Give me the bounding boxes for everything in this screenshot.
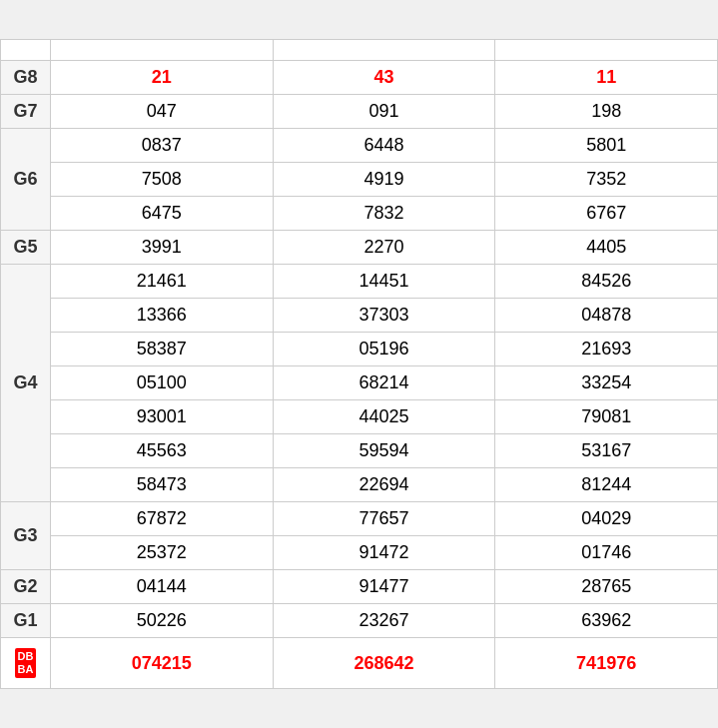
row-g4-6: 58473 22694 81244 [1, 467, 718, 501]
g6-dong-nai-0: 0837 [51, 128, 274, 162]
label-g2: G2 [1, 569, 51, 603]
label-g8: G8 [1, 60, 51, 94]
label-g3: G3 [1, 501, 51, 569]
g4-dong-nai-2: 58387 [51, 332, 274, 365]
g1-soc-trang: 63962 [495, 603, 718, 637]
label-g1: G1 [1, 603, 51, 637]
special-can-tho: 268642 [273, 637, 495, 688]
row-g6-1: 7508 4919 7352 [1, 162, 718, 196]
g1-dong-nai: 50226 [51, 603, 274, 637]
row-g4-1: 13366 37303 04878 [1, 298, 718, 332]
g6-can-tho-0: 6448 [273, 128, 495, 162]
g3-dong-nai-1: 25372 [51, 535, 274, 569]
row-g3-0: G3 67872 77657 04029 [1, 501, 718, 535]
g4-can-tho-4: 44025 [273, 399, 495, 433]
header-dong-nai [51, 39, 274, 60]
g1-can-tho: 23267 [273, 603, 495, 637]
row-g7: G7 047 091 198 [1, 94, 718, 128]
g7-dong-nai: 047 [51, 94, 274, 128]
row-g6-0: G6 0837 6448 5801 [1, 128, 718, 162]
row-g6-2: 6475 7832 6767 [1, 196, 718, 230]
special-dong-nai: 074215 [51, 637, 274, 688]
g4-can-tho-1: 37303 [273, 298, 495, 332]
row-g4-2: 58387 05196 21693 [1, 332, 718, 365]
lottery-table: G8 21 43 11 G7 047 091 198 G6 0837 6448 … [0, 39, 718, 689]
g5-can-tho: 2270 [273, 230, 495, 264]
row-g4-3: 05100 68214 33254 [1, 365, 718, 399]
g7-soc-trang: 198 [495, 94, 718, 128]
g6-dong-nai-1: 7508 [51, 162, 274, 196]
header-soc-trang [495, 39, 718, 60]
g4-soc-trang-4: 79081 [495, 399, 718, 433]
g8-soc-trang: 11 [495, 60, 718, 94]
g4-soc-trang-5: 53167 [495, 433, 718, 467]
g4-dong-nai-4: 93001 [51, 399, 274, 433]
row-g4-0: G4 21461 14451 84526 [1, 264, 718, 298]
row-g5: G5 3991 2270 4405 [1, 230, 718, 264]
db-logo: DBBA [15, 648, 37, 678]
g6-can-tho-2: 7832 [273, 196, 495, 230]
g4-can-tho-6: 22694 [273, 467, 495, 501]
g6-soc-trang-1: 7352 [495, 162, 718, 196]
label-g6: G6 [1, 128, 51, 230]
g4-can-tho-5: 59594 [273, 433, 495, 467]
label-g7: G7 [1, 94, 51, 128]
g4-soc-trang-2: 21693 [495, 332, 718, 365]
g8-dong-nai: 21 [51, 60, 274, 94]
g7-can-tho: 091 [273, 94, 495, 128]
g6-dong-nai-2: 6475 [51, 196, 274, 230]
g4-soc-trang-6: 81244 [495, 467, 718, 501]
g3-dong-nai-0: 67872 [51, 501, 274, 535]
g3-can-tho-1: 91472 [273, 535, 495, 569]
g5-soc-trang: 4405 [495, 230, 718, 264]
g4-can-tho-0: 14451 [273, 264, 495, 298]
g3-soc-trang-1: 01746 [495, 535, 718, 569]
g4-dong-nai-5: 45563 [51, 433, 274, 467]
row-g2: G2 04144 91477 28765 [1, 569, 718, 603]
g8-can-tho: 43 [273, 60, 495, 94]
g4-dong-nai-6: 58473 [51, 467, 274, 501]
g4-dong-nai-1: 13366 [51, 298, 274, 332]
g4-dong-nai-3: 05100 [51, 365, 274, 399]
header-row [1, 39, 718, 60]
g2-can-tho: 91477 [273, 569, 495, 603]
g6-soc-trang-2: 6767 [495, 196, 718, 230]
g4-can-tho-2: 05196 [273, 332, 495, 365]
row-special: DBBA 074215 268642 741976 [1, 637, 718, 688]
label-db: DBBA [1, 637, 51, 688]
row-g3-1: 25372 91472 01746 [1, 535, 718, 569]
header-can-tho [273, 39, 495, 60]
g3-can-tho-0: 77657 [273, 501, 495, 535]
label-g5: G5 [1, 230, 51, 264]
g4-soc-trang-0: 84526 [495, 264, 718, 298]
special-soc-trang: 741976 [495, 637, 718, 688]
g6-soc-trang-0: 5801 [495, 128, 718, 162]
g5-dong-nai: 3991 [51, 230, 274, 264]
row-g4-4: 93001 44025 79081 [1, 399, 718, 433]
g4-dong-nai-0: 21461 [51, 264, 274, 298]
g4-soc-trang-1: 04878 [495, 298, 718, 332]
g3-soc-trang-0: 04029 [495, 501, 718, 535]
g2-dong-nai: 04144 [51, 569, 274, 603]
g4-soc-trang-3: 33254 [495, 365, 718, 399]
g6-can-tho-1: 4919 [273, 162, 495, 196]
g4-can-tho-3: 68214 [273, 365, 495, 399]
label-g4: G4 [1, 264, 51, 501]
row-g4-5: 45563 59594 53167 [1, 433, 718, 467]
row-g8: G8 21 43 11 [1, 60, 718, 94]
g2-soc-trang: 28765 [495, 569, 718, 603]
row-g1: G1 50226 23267 63962 [1, 603, 718, 637]
header-empty [1, 39, 51, 60]
